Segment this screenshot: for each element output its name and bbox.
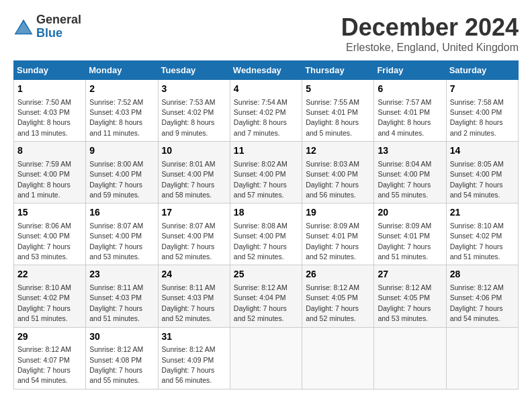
calendar-day-cell: 27 Sunrise: 8:12 AMSunset: 4:05 PMDaylig… <box>374 265 446 327</box>
day-info: Sunrise: 8:06 AMSunset: 4:00 PMDaylight:… <box>17 222 71 261</box>
day-info: Sunrise: 8:09 AMSunset: 4:01 PMDaylight:… <box>378 222 431 261</box>
calendar-day-cell: 31 Sunrise: 8:12 AMSunset: 4:09 PMDaylig… <box>158 327 230 389</box>
calendar-day-cell: 30 Sunrise: 8:12 AMSunset: 4:08 PMDaylig… <box>86 327 158 389</box>
header-row: SundayMondayTuesdayWednesdayThursdayFrid… <box>14 61 519 80</box>
logo-icon <box>13 17 34 37</box>
weekday-header: Sunday <box>14 61 86 80</box>
day-info: Sunrise: 8:12 AMSunset: 4:04 PMDaylight:… <box>234 283 287 322</box>
calendar-day-cell: 23 Sunrise: 8:11 AMSunset: 4:03 PMDaylig… <box>86 265 158 327</box>
calendar-day-cell: 3 Sunrise: 7:53 AMSunset: 4:02 PMDayligh… <box>158 80 230 142</box>
calendar-day-cell: 11 Sunrise: 8:02 AMSunset: 4:00 PMDaylig… <box>230 142 302 203</box>
logo-blue: Blue <box>36 26 62 40</box>
day-info: Sunrise: 8:10 AMSunset: 4:02 PMDaylight:… <box>17 283 71 322</box>
calendar-day-cell: 21 Sunrise: 8:10 AMSunset: 4:02 PMDaylig… <box>446 203 518 265</box>
day-number: 28 <box>450 268 515 281</box>
day-info: Sunrise: 8:00 AMSunset: 4:00 PMDaylight:… <box>89 160 143 199</box>
day-info: Sunrise: 7:50 AMSunset: 4:03 PMDaylight:… <box>17 98 71 137</box>
calendar-day-cell: 28 Sunrise: 8:12 AMSunset: 4:06 PMDaylig… <box>446 265 518 327</box>
weekday-header: Wednesday <box>230 61 302 80</box>
day-number: 3 <box>162 83 226 96</box>
calendar-day-cell: 16 Sunrise: 8:07 AMSunset: 4:00 PMDaylig… <box>86 203 158 265</box>
calendar-day-cell: 14 Sunrise: 8:05 AMSunset: 4:00 PMDaylig… <box>446 142 518 203</box>
day-number: 11 <box>234 144 298 158</box>
calendar-day-cell: 26 Sunrise: 8:12 AMSunset: 4:05 PMDaylig… <box>302 265 374 327</box>
calendar-day-cell: 22 Sunrise: 8:10 AMSunset: 4:02 PMDaylig… <box>14 265 86 327</box>
day-number: 20 <box>378 206 442 220</box>
day-number: 6 <box>378 83 442 96</box>
day-number: 27 <box>378 268 442 281</box>
location: Erlestoke, England, United Kingdom <box>341 42 519 54</box>
calendar-day-cell: 9 Sunrise: 8:00 AMSunset: 4:00 PMDayligh… <box>86 142 158 203</box>
calendar-day-cell: 12 Sunrise: 8:03 AMSunset: 4:00 PMDaylig… <box>302 142 374 203</box>
svg-marker-1 <box>16 21 32 33</box>
logo-text: General Blue <box>36 13 81 40</box>
day-number: 25 <box>234 268 298 281</box>
calendar-day-cell: 1 Sunrise: 7:50 AMSunset: 4:03 PMDayligh… <box>14 80 86 142</box>
calendar-day-cell: 25 Sunrise: 8:12 AMSunset: 4:04 PMDaylig… <box>230 265 302 327</box>
empty-cell <box>446 327 518 389</box>
calendar-day-cell: 7 Sunrise: 7:58 AMSunset: 4:00 PMDayligh… <box>446 80 518 142</box>
calendar-day-cell: 5 Sunrise: 7:55 AMSunset: 4:01 PMDayligh… <box>302 80 374 142</box>
calendar-day-cell: 2 Sunrise: 7:52 AMSunset: 4:03 PMDayligh… <box>86 80 158 142</box>
day-number: 22 <box>17 268 82 281</box>
day-info: Sunrise: 7:59 AMSunset: 4:00 PMDaylight:… <box>17 160 71 199</box>
day-number: 24 <box>162 268 226 281</box>
calendar-day-cell: 4 Sunrise: 7:54 AMSunset: 4:02 PMDayligh… <box>230 80 302 142</box>
day-info: Sunrise: 8:09 AMSunset: 4:01 PMDaylight:… <box>306 222 359 261</box>
calendar-week-row: 29 Sunrise: 8:12 AMSunset: 4:07 PMDaylig… <box>14 327 519 389</box>
weekday-header: Tuesday <box>158 61 230 80</box>
weekday-header: Monday <box>86 61 158 80</box>
day-info: Sunrise: 7:52 AMSunset: 4:03 PMDaylight:… <box>89 98 143 137</box>
calendar-day-cell: 29 Sunrise: 8:12 AMSunset: 4:07 PMDaylig… <box>14 327 86 389</box>
day-info: Sunrise: 8:08 AMSunset: 4:00 PMDaylight:… <box>234 222 287 261</box>
weekday-header: Saturday <box>446 61 518 80</box>
title-block: December 2024 Erlestoke, England, United… <box>341 13 519 54</box>
calendar-day-cell: 15 Sunrise: 8:06 AMSunset: 4:00 PMDaylig… <box>14 203 86 265</box>
empty-cell <box>230 327 302 389</box>
day-number: 7 <box>450 83 515 96</box>
empty-cell <box>374 327 446 389</box>
day-info: Sunrise: 8:12 AMSunset: 4:05 PMDaylight:… <box>306 283 359 322</box>
day-number: 8 <box>17 144 82 158</box>
day-info: Sunrise: 8:07 AMSunset: 4:00 PMDaylight:… <box>162 222 216 261</box>
calendar-day-cell: 20 Sunrise: 8:09 AMSunset: 4:01 PMDaylig… <box>374 203 446 265</box>
day-number: 17 <box>162 206 226 220</box>
day-number: 1 <box>17 83 82 96</box>
day-info: Sunrise: 8:12 AMSunset: 4:09 PMDaylight:… <box>162 345 216 384</box>
day-info: Sunrise: 8:05 AMSunset: 4:00 PMDaylight:… <box>450 160 504 199</box>
weekday-header: Thursday <box>302 61 374 80</box>
calendar-day-cell: 6 Sunrise: 7:57 AMSunset: 4:01 PMDayligh… <box>374 80 446 142</box>
logo-general: General <box>36 13 81 26</box>
calendar-week-row: 8 Sunrise: 7:59 AMSunset: 4:00 PMDayligh… <box>14 142 519 203</box>
day-info: Sunrise: 7:57 AMSunset: 4:01 PMDaylight:… <box>378 98 431 137</box>
day-info: Sunrise: 7:58 AMSunset: 4:00 PMDaylight:… <box>450 98 504 137</box>
calendar: SundayMondayTuesdayWednesdayThursdayFrid… <box>13 60 519 390</box>
day-info: Sunrise: 8:11 AMSunset: 4:03 PMDaylight:… <box>89 283 143 322</box>
day-number: 19 <box>306 206 370 220</box>
day-info: Sunrise: 8:12 AMSunset: 4:08 PMDaylight:… <box>89 345 143 384</box>
day-info: Sunrise: 8:12 AMSunset: 4:07 PMDaylight:… <box>17 345 71 384</box>
day-number: 23 <box>89 268 154 281</box>
calendar-day-cell: 13 Sunrise: 8:04 AMSunset: 4:00 PMDaylig… <box>374 142 446 203</box>
day-number: 16 <box>89 206 154 220</box>
calendar-day-cell: 17 Sunrise: 8:07 AMSunset: 4:00 PMDaylig… <box>158 203 230 265</box>
day-number: 4 <box>234 83 298 96</box>
month-title: December 2024 <box>341 13 519 42</box>
calendar-week-row: 22 Sunrise: 8:10 AMSunset: 4:02 PMDaylig… <box>14 265 519 327</box>
calendar-week-row: 1 Sunrise: 7:50 AMSunset: 4:03 PMDayligh… <box>14 80 519 142</box>
calendar-day-cell: 24 Sunrise: 8:11 AMSunset: 4:03 PMDaylig… <box>158 265 230 327</box>
day-number: 9 <box>89 144 154 158</box>
day-number: 26 <box>306 268 370 281</box>
day-number: 14 <box>450 144 515 158</box>
day-number: 21 <box>450 206 515 220</box>
day-number: 13 <box>378 144 442 158</box>
empty-cell <box>302 327 374 389</box>
weekday-header: Friday <box>374 61 446 80</box>
day-info: Sunrise: 7:53 AMSunset: 4:02 PMDaylight:… <box>162 98 216 137</box>
day-number: 2 <box>89 83 154 96</box>
day-number: 12 <box>306 144 370 158</box>
day-info: Sunrise: 8:10 AMSunset: 4:02 PMDaylight:… <box>450 222 504 261</box>
day-info: Sunrise: 8:01 AMSunset: 4:00 PMDaylight:… <box>162 160 216 199</box>
calendar-day-cell: 10 Sunrise: 8:01 AMSunset: 4:00 PMDaylig… <box>158 142 230 203</box>
calendar-day-cell: 18 Sunrise: 8:08 AMSunset: 4:00 PMDaylig… <box>230 203 302 265</box>
